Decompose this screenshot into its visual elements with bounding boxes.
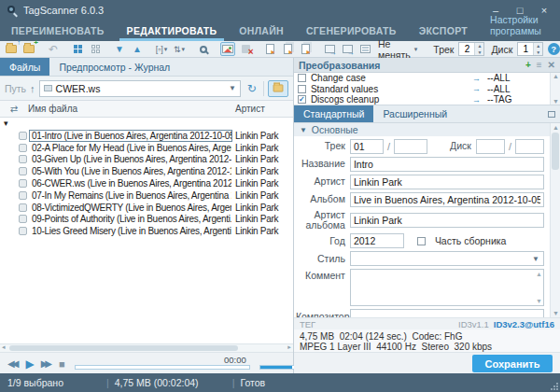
tag-v2[interactable]: ID3v2.3@utf16 — [494, 319, 554, 329]
transform-row[interactable]: Change case→--ALL — [294, 73, 549, 84]
open-folder-button[interactable]: ↑ — [4, 42, 19, 56]
close-panel-icon[interactable]: ✕ — [548, 60, 555, 70]
file-row[interactable]: 05-With You (Live in Buenos Aires, Argen… — [0, 165, 293, 177]
panel-layout-button[interactable] — [357, 42, 372, 56]
fast-forward-button[interactable]: ▶▶ — [41, 358, 52, 369]
genre-select[interactable]: ▼ — [350, 251, 544, 266]
audio-file-icon — [19, 227, 27, 235]
small-grid-view-button[interactable] — [88, 42, 103, 56]
file-row[interactable]: 08-VictimizedQWERTY (Live in Buenos Aire… — [0, 202, 293, 214]
move-up-button[interactable]: ▲ — [130, 42, 145, 56]
checkbox-checked[interactable]: ✓ — [298, 95, 306, 104]
play-next-button[interactable] — [280, 42, 295, 56]
chevron-down-icon[interactable]: ▼ — [229, 84, 236, 92]
tab-preview-log[interactable]: Предпросмотр - Журнал — [49, 58, 179, 76]
track-input[interactable] — [350, 139, 384, 154]
stop-button[interactable]: ■ — [59, 358, 65, 370]
transform-row[interactable]: ✓Discogs cleanup→--TAG — [294, 94, 549, 105]
select-dropdown-button[interactable]: [▫]▾ — [154, 42, 169, 56]
large-grid-view-button[interactable] — [70, 42, 85, 56]
file-row[interactable]: 09-Points of Authority (Live in Buenos A… — [0, 214, 293, 226]
tag-mode-dropdown[interactable]: Не менять▾ — [375, 38, 420, 61]
seek-bar[interactable] — [75, 365, 250, 370]
menu-online[interactable]: ОНЛАЙН — [228, 21, 295, 41]
tab-files[interactable]: Файлы — [0, 58, 49, 76]
tree-expander[interactable]: ▾ — [0, 118, 293, 130]
checkbox-unchecked[interactable] — [298, 74, 306, 82]
file-row[interactable]: 02-A Place for My Head (Live in Buenos A… — [0, 142, 293, 154]
checkbox-unchecked[interactable] — [417, 237, 426, 245]
search-button[interactable] — [196, 42, 211, 56]
title-input[interactable] — [350, 157, 544, 172]
add-transform-icon[interactable]: + — [525, 60, 531, 70]
disc-spinner[interactable]: 1▲▼ — [517, 42, 543, 56]
folder-tree-toggle[interactable] — [268, 80, 288, 97]
menu-edit[interactable]: РЕДАКТИРОВАТЬ — [116, 21, 229, 41]
play-next-icon — [284, 44, 292, 54]
artist-label: Артист — [296, 176, 350, 187]
undo-button[interactable]: ↶ — [46, 42, 61, 56]
program-settings-link[interactable]: Настройки программы — [479, 10, 560, 41]
tab-extended[interactable]: Расширенный — [373, 105, 456, 122]
path-combobox[interactable]: CWER.ws ▼ — [39, 80, 241, 97]
scroll-right-icon[interactable]: ▸ — [287, 343, 291, 351]
refresh-button[interactable]: ↻ — [245, 82, 259, 95]
artist-input[interactable] — [350, 175, 544, 189]
export-artwork-icon — [343, 45, 353, 53]
transforms-scrollbar[interactable]: ▲▼ — [550, 73, 560, 105]
sort-dropdown-button[interactable]: ⇅▾ — [172, 42, 187, 56]
file-row[interactable]: 10-Lies Greed Misery (Live in Buenos Air… — [0, 225, 293, 237]
editor-panel: Преобразования + ≡ ✕ Change case→--ALL S… — [294, 58, 560, 373]
file-row[interactable]: 07-In My Remains (Live in Buenos Aires, … — [0, 189, 293, 202]
file-row[interactable]: 03-Given Up (Live in Buenos Aires, Argen… — [0, 154, 293, 166]
disc-total-input[interactable] — [515, 139, 544, 154]
export-artwork-button[interactable] — [340, 42, 355, 56]
column-artist[interactable]: Артист — [235, 104, 293, 114]
year-input[interactable] — [350, 233, 404, 248]
import-artwork-button[interactable] — [322, 42, 337, 56]
folder-up-icon[interactable]: ↑ — [30, 83, 35, 94]
add-folder-button[interactable]: + — [21, 42, 36, 56]
tag-v1: ID3v1.1 — [458, 319, 489, 329]
composer-input[interactable] — [350, 309, 544, 317]
folders-icon — [273, 84, 283, 91]
title-label: Название — [296, 159, 350, 169]
genre-label: Стиль — [296, 254, 350, 264]
play-button[interactable]: ▶ — [25, 357, 34, 371]
expand-panel-icon[interactable] — [548, 111, 555, 118]
scrollbar-thumb[interactable] — [552, 133, 559, 170]
track-total-input[interactable] — [394, 139, 427, 154]
rewind-button[interactable]: ◀◀ — [7, 358, 19, 369]
column-name[interactable]: Имя файла — [28, 104, 235, 114]
section-main[interactable]: ▼Основные — [294, 123, 550, 136]
checkbox-unchecked[interactable] — [298, 85, 306, 93]
copy-files-button[interactable] — [298, 42, 313, 56]
file-row[interactable]: 01-Intro (Live in Buenos Aires, Argentin… — [0, 130, 293, 142]
move-down-button[interactable]: ▼ — [112, 42, 127, 56]
disc-input[interactable] — [476, 139, 505, 154]
tab-standard[interactable]: Стандартный — [294, 105, 374, 122]
artwork-toggle-button[interactable] — [220, 42, 235, 56]
comment-textarea[interactable] — [350, 269, 544, 306]
play-file-icon — [266, 44, 274, 54]
scroll-left-icon[interactable]: ◂ — [2, 343, 6, 351]
play-file-button[interactable] — [262, 42, 277, 56]
album-artist-input[interactable] — [350, 213, 544, 228]
compilation-checkbox-row[interactable]: Часть сборника — [417, 235, 507, 246]
track-spinner[interactable]: 2▲▼ — [458, 42, 484, 56]
transforms-menu-icon[interactable]: ≡ — [537, 60, 542, 70]
remove-tag-button[interactable] — [238, 42, 253, 56]
album-input[interactable] — [350, 192, 544, 207]
transforms-header: Преобразования + ≡ ✕ — [294, 58, 560, 73]
transform-row[interactable]: Standard values→--ALL — [294, 84, 549, 95]
scrollbar-thumb[interactable] — [9, 345, 238, 351]
help-icon: ? — [548, 43, 560, 55]
file-row[interactable]: 06-CWER.ws (Live in Buenos Aires, Argent… — [0, 177, 293, 189]
search-icon — [200, 46, 207, 53]
form-scrollbar[interactable]: ▲▼ — [550, 123, 560, 317]
shuffle-column-icon[interactable]: ⇄ — [0, 104, 28, 114]
horizontal-scrollbar[interactable]: ◂ ▸ — [0, 343, 293, 352]
resize-grip[interactable] — [551, 383, 558, 390]
help-button[interactable]: ? — [546, 42, 560, 56]
save-button[interactable]: Сохранить — [472, 355, 553, 372]
